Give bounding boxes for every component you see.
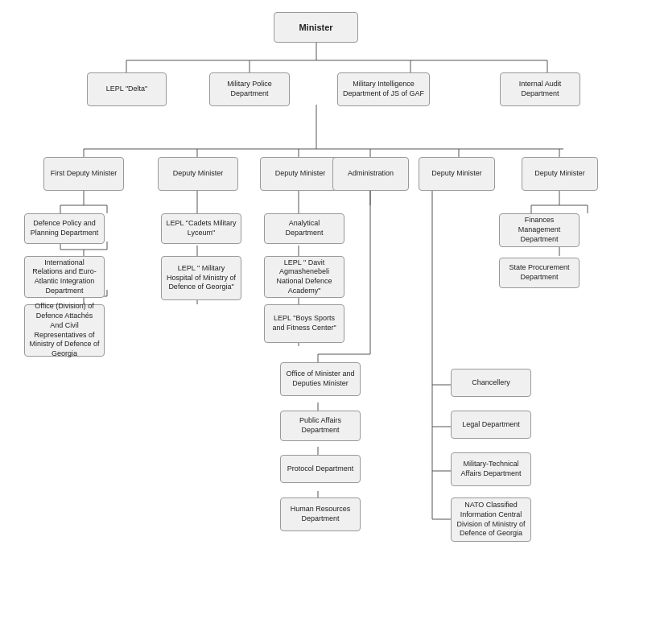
chancellery-box: Chancellery — [451, 369, 531, 397]
office-division-box: Office (Division) of Defence Attachés An… — [24, 304, 105, 357]
intl-relations-box: International Relations and Euro-Atlanti… — [24, 256, 105, 298]
administration-box: Administration — [332, 157, 409, 191]
analytical-box: Analytical Department — [264, 213, 344, 244]
org-chart: Minister LEPL "Delta" Military Police De… — [0, 0, 660, 644]
deputy4-box: Deputy Minister — [522, 157, 598, 191]
public-affairs-box: Public Affairs Department — [280, 411, 361, 441]
minister-box: Minister — [274, 12, 358, 43]
military-police-box: Military Police Department — [209, 72, 290, 106]
defence-policy-box: Defence Policy and Planning Department — [24, 213, 105, 244]
human-resources-box: Human Resources Department — [280, 497, 361, 531]
military-intelligence-box: Military Intelligence Department of JS o… — [337, 72, 430, 106]
internal-audit-box: Internal Audit Department — [500, 72, 580, 106]
military-technical-box: Military-Technical Affairs Department — [451, 452, 531, 486]
legal-box: Legal Department — [451, 411, 531, 439]
finances-box: Finances Management Department — [499, 213, 580, 247]
lepl-davit-box: LEPL " Davit Agmashenebeli National Defe… — [264, 256, 344, 298]
lepl-military-hospital-box: LEPL " Military Hospital of Ministry of … — [161, 256, 241, 300]
lepl-delta-box: LEPL "Delta" — [87, 72, 167, 106]
deputy3-box: Deputy Minister — [419, 157, 495, 191]
lepl-boys-box: LEPL "Boys Sports and Fitness Center" — [264, 304, 344, 343]
state-procurement-box: State Procurement Department — [499, 258, 580, 288]
first-deputy-box: First Deputy Minister — [43, 157, 124, 191]
lepl-cadets-box: LEPL "Cadets Military Lyceum" — [161, 213, 241, 244]
protocol-box: Protocol Department — [280, 455, 361, 483]
deputy1-box: Deputy Minister — [158, 157, 238, 191]
nato-classified-box: NATO Classified Information Central Divi… — [451, 497, 531, 542]
deputy2-box: Deputy Minister — [260, 157, 340, 191]
office-minister-box: Office of Minister and Deputies Minister — [280, 362, 361, 396]
